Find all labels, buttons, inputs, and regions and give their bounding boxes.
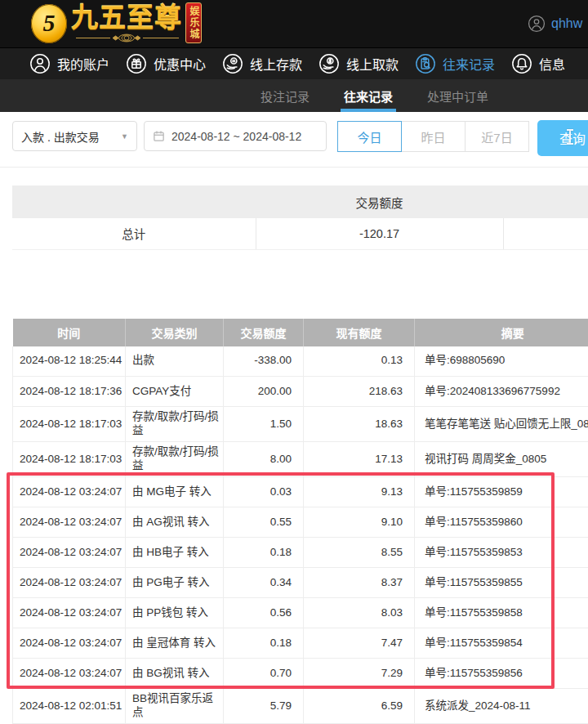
primary-nav: 我的账户优惠中心线上存款线上取款往来记录信息 bbox=[0, 47, 588, 79]
cell-type: 出款 bbox=[126, 346, 224, 377]
cell-summary: 单号:202408133696775992 bbox=[415, 377, 588, 407]
nav-item-label: 线上存款 bbox=[250, 54, 302, 74]
cell-amount: 0.55 bbox=[224, 507, 304, 538]
summary-total-label: 总计 bbox=[12, 218, 256, 249]
withdraw-icon bbox=[318, 53, 340, 74]
sub-nav: 投注记录往来记录处理中订单 bbox=[0, 79, 588, 112]
cell-balance: 8.37 bbox=[304, 568, 415, 598]
cell-summary: 笔笔存笔笔送 贴心回馈无上限_081 bbox=[415, 407, 588, 442]
cell-balance: 8.55 bbox=[304, 538, 415, 568]
cell-time: 2024-08-12 03:24:07 bbox=[13, 507, 126, 538]
quick-date-button-1[interactable]: 昨日 bbox=[401, 121, 466, 152]
summary-header-label: 交易额度 bbox=[256, 185, 503, 218]
cell-amount: 0.56 bbox=[224, 598, 304, 628]
cell-balance: 18.63 bbox=[304, 407, 415, 442]
sub-tab-1[interactable]: 往来记录 bbox=[341, 79, 396, 112]
quick-date-group: 今日昨日近7日 bbox=[338, 121, 529, 152]
gift-icon bbox=[126, 53, 147, 74]
cell-balance: 7.29 bbox=[304, 659, 415, 689]
table-row: 2024-08-12 02:01:51BB视讯百家乐返点5.796.59系统派发… bbox=[13, 689, 588, 724]
site-logo[interactable]: 5 九五至尊 娱乐城 bbox=[31, 0, 202, 47]
cell-type: 由 AG视讯 转入 bbox=[126, 507, 224, 538]
summary-total-value: -120.17 bbox=[256, 218, 503, 249]
cell-time: 2024-08-12 02:01:51 bbox=[13, 689, 126, 724]
deposit-icon bbox=[222, 53, 243, 74]
summary-header-row: 交易额度 bbox=[12, 185, 588, 218]
summary-section: 交易额度 总计 -120.17 bbox=[0, 185, 588, 250]
table-row: 2024-08-12 03:24:07由 皇冠体育 转入0.187.47单号:1… bbox=[13, 628, 588, 659]
cell-type: 由 PG电子 转入 bbox=[126, 568, 224, 598]
cell-time: 2024-08-12 03:24:07 bbox=[13, 659, 126, 689]
transactions-body: 2024-08-12 18:25:44出款-338.000.13单号:69880… bbox=[13, 346, 588, 724]
user-icon bbox=[29, 53, 51, 74]
logo-title: 九五至尊 bbox=[71, 0, 182, 36]
table-row: 2024-08-12 03:24:07由 AG视讯 转入0.559.10单号:1… bbox=[13, 507, 588, 538]
cell-balance: 218.63 bbox=[304, 377, 415, 407]
cell-summary: 单号:115755359859 bbox=[415, 477, 588, 507]
sub-tab-0[interactable]: 投注记录 bbox=[257, 79, 313, 112]
cell-time: 2024-08-12 03:24:07 bbox=[13, 598, 126, 628]
sub-tab-2[interactable]: 处理中订单 bbox=[424, 79, 492, 112]
table-row: 2024-08-12 03:24:07由 HB电子 转入0.188.55单号:1… bbox=[13, 538, 588, 568]
table-row: 2024-08-12 03:24:07由 PG电子 转入0.348.37单号:1… bbox=[13, 568, 588, 598]
cell-amount: 200.00 bbox=[224, 377, 304, 407]
cell-type: 由 皇冠体育 转入 bbox=[126, 628, 224, 659]
table-row: 2024-08-12 18:17:03存款/取款/打码/损益8.0017.13视… bbox=[13, 442, 588, 477]
nav-item-5[interactable]: 信息 bbox=[511, 53, 565, 74]
nav-item-0[interactable]: 我的账户 bbox=[29, 53, 109, 74]
table-row: 2024-08-12 18:25:44出款-338.000.13单号:69880… bbox=[13, 346, 588, 377]
cell-summary: 单号:115755359858 bbox=[415, 598, 588, 628]
cell-balance: 0.13 bbox=[304, 346, 415, 377]
records-icon bbox=[415, 53, 436, 74]
cell-amount: -338.00 bbox=[224, 346, 304, 377]
nav-item-label: 优惠中心 bbox=[154, 54, 206, 74]
cell-amount: 0.34 bbox=[224, 568, 304, 598]
table-row: 2024-08-12 03:24:07由 BG视讯 转入0.707.29单号:1… bbox=[13, 659, 588, 689]
text-cursor-icon bbox=[569, 130, 571, 144]
cell-amount: 8.00 bbox=[224, 442, 304, 477]
column-header: 时间 bbox=[13, 319, 126, 346]
cell-summary: 单号:115755359853 bbox=[415, 538, 588, 568]
table-row: 2024-08-12 18:17:36CGPAY支付200.00218.63单号… bbox=[13, 377, 588, 407]
nav-item-3[interactable]: 线上取款 bbox=[318, 53, 399, 74]
cell-amount: 5.79 bbox=[224, 689, 304, 724]
transaction-type-select[interactable]: 入款 . 出款交易 ▼ bbox=[12, 121, 137, 151]
search-button[interactable]: 查询 bbox=[537, 120, 588, 156]
column-header: 交易额度 bbox=[224, 319, 304, 346]
cell-time: 2024-08-12 03:24:07 bbox=[13, 538, 126, 568]
user-avatar-icon bbox=[528, 15, 546, 33]
cell-amount: 0.70 bbox=[224, 659, 304, 689]
nav-item-4[interactable]: 往来记录 bbox=[415, 53, 495, 74]
filter-bar: 入款 . 出款交易 ▼ 2024-08-12 ~ 2024-08-12 今日昨日… bbox=[0, 112, 588, 168]
table-row: 2024-08-12 18:17:03存款/取款/打码/损益1.5018.63笔… bbox=[13, 407, 588, 442]
summary-header-empty bbox=[12, 185, 256, 218]
cell-type: 由 PP钱包 转入 bbox=[126, 598, 224, 628]
cell-balance: 8.03 bbox=[304, 598, 415, 628]
nav-item-2[interactable]: 线上存款 bbox=[222, 53, 302, 74]
nav-item-label: 我的账户 bbox=[57, 54, 109, 74]
cell-time: 2024-08-12 03:24:07 bbox=[13, 477, 126, 507]
cell-summary: 单号:115755359856 bbox=[415, 659, 588, 689]
transactions-header-row: 时间交易类别交易额度现有额度摘要 bbox=[13, 319, 588, 346]
quick-date-button-0[interactable]: 今日 bbox=[337, 121, 402, 152]
cell-summary: 单号:698805690 bbox=[415, 346, 588, 377]
column-header: 交易类别 bbox=[126, 319, 224, 346]
nav-item-1[interactable]: 优惠中心 bbox=[126, 53, 206, 74]
quick-date-button-2[interactable]: 近7日 bbox=[465, 121, 529, 152]
cell-type: 由 MG电子 转入 bbox=[126, 477, 224, 507]
cell-time: 2024-08-12 03:24:07 bbox=[13, 568, 126, 598]
user-account[interactable]: qhhw bbox=[528, 0, 582, 47]
cell-summary: 视讯打码 周周奖金_0805 bbox=[415, 442, 588, 477]
cell-time: 2024-08-12 18:17:03 bbox=[13, 407, 126, 442]
site-header: 5 九五至尊 娱乐城 qhhw bbox=[0, 0, 588, 47]
cell-time: 2024-08-12 18:17:03 bbox=[13, 442, 126, 477]
cell-summary: 单号:115755359854 bbox=[415, 628, 588, 659]
username-text[interactable]: qhhw bbox=[551, 16, 582, 31]
table-row: 2024-08-12 03:24:07由 PP钱包 转入0.568.03单号:1… bbox=[13, 598, 588, 628]
transactions-section: 时间交易类别交易额度现有额度摘要 2024-08-12 18:25:44出款-3… bbox=[0, 319, 588, 724]
cell-balance: 17.13 bbox=[304, 442, 415, 477]
cell-time: 2024-08-12 03:24:07 bbox=[13, 628, 126, 659]
date-range-input[interactable]: 2024-08-12 ~ 2024-08-12 bbox=[144, 121, 327, 151]
cell-balance: 7.47 bbox=[304, 628, 415, 659]
summary-header-empty bbox=[503, 185, 588, 218]
